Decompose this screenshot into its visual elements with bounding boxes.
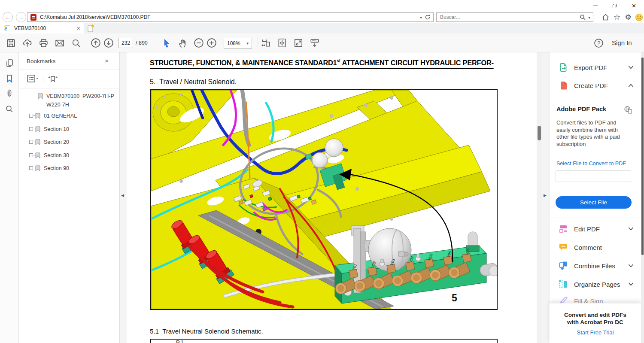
address-dropdown-icon[interactable]: ▾ (420, 15, 422, 20)
save-button[interactable] (5, 37, 16, 49)
bookmarks-panel-button[interactable] (5, 74, 14, 83)
email-button[interactable] (54, 37, 65, 49)
close-button[interactable]: × (624, 0, 644, 12)
right-panel-splitter[interactable]: ▶ (542, 52, 549, 343)
find-button[interactable] (70, 37, 82, 49)
edit-pdf-tool[interactable]: Edit PDF (558, 222, 634, 235)
new-tab-icon (88, 24, 94, 32)
help-button[interactable]: ? (593, 37, 604, 49)
full-screen-icon (293, 38, 304, 48)
select-file-convert-link[interactable]: Select File to Convert to PDF (556, 161, 626, 167)
expand-toggle[interactable] (29, 127, 33, 131)
select-file-button[interactable]: Select File (556, 196, 632, 209)
chevron-down-icon[interactable] (628, 66, 634, 69)
fit-page-button[interactable] (276, 37, 288, 49)
left-panel-splitter[interactable]: ◀ (119, 52, 127, 343)
export-pdf-tool[interactable]: Export PDF (558, 61, 634, 74)
convert-file-input[interactable] (556, 170, 631, 182)
zoom-out-button[interactable] (193, 37, 204, 49)
forward-button[interactable]: → (16, 12, 26, 22)
document-scrollbar[interactable] (537, 52, 542, 343)
page-down-icon (103, 38, 114, 48)
panel-divider (19, 88, 119, 88)
document-scrollbar-thumb[interactable] (538, 126, 541, 140)
combine-files-tool[interactable]: Combine Files (558, 259, 634, 272)
help-icon: ? (594, 38, 604, 48)
previous-page-button[interactable] (90, 37, 101, 49)
bookmarks-close-icon[interactable]: × (105, 57, 109, 64)
expand-toggle[interactable] (29, 153, 33, 157)
collapse-left-icon[interactable]: ◀ (121, 193, 124, 197)
bookmark-item[interactable]: Section 90 (19, 164, 119, 173)
tab-close-icon[interactable]: × (77, 25, 80, 32)
bookmark-ribbon-icon (35, 139, 40, 146)
next-page-button[interactable] (103, 37, 114, 49)
create-pdf-tool[interactable]: Create PDF (558, 79, 634, 92)
fit-width-button[interactable] (260, 37, 271, 49)
sign-in-button[interactable]: Sign In (612, 39, 632, 46)
chevron-up-icon[interactable] (628, 84, 634, 87)
feedback-button[interactable] (634, 13, 644, 21)
address-bar[interactable]: ▾ (27, 12, 434, 22)
restore-button[interactable] (605, 0, 624, 12)
hand-tool-button[interactable] (177, 37, 188, 49)
zoom-in-button[interactable] (206, 37, 217, 49)
attachments-button[interactable] (5, 88, 14, 98)
bookmarks-panel: Bookmarks × VEBM370100_P (19, 52, 119, 343)
address-input[interactable] (40, 14, 420, 20)
expand-toggle[interactable] (29, 166, 33, 170)
bookmark-item[interactable]: VEBM370100_PW200-7H-PW220-7H (19, 92, 119, 109)
chevron-down-icon[interactable] (628, 264, 634, 267)
browser-window: × ← → ▾ ▾ (0, 0, 644, 343)
search-dropdown-icon[interactable]: ▾ (588, 15, 590, 20)
zoom-level-value: 108% (227, 40, 240, 46)
read-mode-button[interactable] (309, 37, 320, 49)
fit-width-icon (261, 38, 271, 48)
panel-scrollbar-thumb[interactable] (641, 58, 644, 255)
upload-button[interactable] (21, 37, 33, 49)
page-number-field[interactable] (118, 38, 133, 48)
bookmark-item[interactable]: 01 GENERAL (19, 112, 119, 120)
start-free-trial-link[interactable]: Start Free Trial (550, 329, 641, 336)
collapse-right-icon[interactable]: ▶ (544, 193, 547, 197)
home-button[interactable] (601, 13, 610, 21)
expand-toggle[interactable] (29, 140, 33, 144)
full-screen-button[interactable] (293, 37, 304, 49)
figure-number: 5 (452, 292, 457, 304)
bookmark-label: 01 GENERAL (44, 112, 112, 120)
page-thumbnails-button[interactable] (5, 58, 14, 68)
subsection-title: 5.1 Travel Neutral Solenoid Schematic. (150, 328, 263, 335)
settings-button[interactable]: ⚙ (623, 13, 633, 21)
bookmark-options-button[interactable] (27, 74, 39, 86)
bookmark-label: Section 30 (44, 151, 112, 160)
refresh-icon[interactable] (425, 14, 431, 20)
edit-pdf-icon (558, 224, 568, 234)
search-box[interactable]: ▾ (436, 12, 593, 22)
bookmark-item[interactable]: Section 20 (19, 138, 119, 146)
select-tool-button[interactable] (161, 37, 172, 49)
edit-pdf-label: Edit PDF (574, 225, 628, 233)
zoom-level-dropdown[interactable]: 108% ▾ (224, 38, 252, 49)
favorites-button[interactable]: ☆ (612, 13, 622, 21)
search-input[interactable] (437, 14, 580, 20)
print-button[interactable] (38, 37, 49, 49)
comment-icon (558, 242, 568, 252)
tab-vebm370100[interactable]: e VEBM370100 × (0, 23, 84, 33)
expand-toggle[interactable] (29, 114, 33, 118)
comment-tool[interactable]: Comment (558, 241, 634, 254)
minimize-button[interactable] (586, 0, 605, 12)
new-bookmark-button[interactable] (47, 74, 58, 86)
rail-search-button[interactable] (5, 104, 14, 114)
chevron-down-icon[interactable] (628, 227, 634, 231)
page-up-icon (91, 38, 101, 48)
new-tab-button[interactable] (87, 24, 95, 33)
bookmark-item[interactable]: Section 30 (19, 151, 119, 160)
promo-title: Convert and edit PDFs with Acrobat Pro D… (550, 311, 641, 326)
pdf-pack-title: Adobe PDF Pack (556, 106, 606, 112)
back-button[interactable]: ← (3, 12, 13, 22)
organize-pages-tool[interactable]: Organize Pages (558, 278, 634, 291)
page-number-input[interactable] (119, 38, 133, 48)
chevron-down-icon[interactable] (628, 282, 634, 286)
search-icon[interactable] (580, 14, 586, 20)
bookmark-item[interactable]: Section 10 (19, 125, 119, 134)
